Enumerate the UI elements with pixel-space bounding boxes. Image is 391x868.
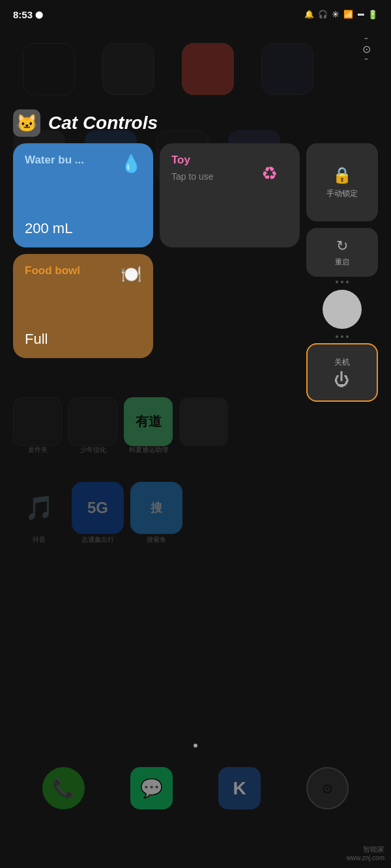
status-right: 🔔 🎧 ✳ 📶 ▪▪▪ 🔋 (304, 9, 378, 20)
bg-app-qianshen (93, 35, 164, 107)
status-bar: 8:53 ⬤ 🔔 🎧 ✳ 📶 ▪▪▪ 🔋 (0, 0, 391, 29)
widget-panel: Water bu ... 💧 200 mL Food bowl 🍽️ Full … (13, 143, 378, 402)
app-title: Cat Controls (48, 113, 158, 133)
watermark-url: www.znj.com (347, 854, 384, 861)
left-column: Water bu ... 💧 200 mL Food bowl 🍽️ Full (13, 143, 153, 402)
time-display: 8:53 (13, 9, 33, 20)
toy-icon: ♻ (261, 163, 278, 184)
bottom-dock: 📞 💬 K ⊙ (0, 761, 391, 816)
dot-6 (346, 335, 349, 338)
toy-widget[interactable]: Toy ♻ Tap to use (160, 143, 300, 247)
wifi-icon: 📶 (343, 10, 353, 19)
bottom-wechat-icon[interactable]: 💬 (130, 767, 173, 809)
bg-apps-row1 (0, 29, 391, 113)
right-column: 🔒 手动锁定 ↻ 重启 关机 ⏻ (306, 143, 378, 402)
watermark-logo: 智能家 (347, 845, 384, 854)
water-title: Water bu ... (25, 154, 84, 167)
water-widget[interactable]: Water bu ... 💧 200 mL (13, 143, 153, 247)
status-dot-icon: ⬤ (35, 10, 43, 19)
circle-control-button[interactable] (323, 290, 362, 329)
restart-widget[interactable]: ↻ 重启 (306, 228, 378, 277)
water-value: 200 mL (25, 220, 141, 237)
refresh-icon: ↻ (336, 238, 348, 255)
bg-row3-labels: 发件夹 少年信化 柯夏通运助理 (0, 444, 391, 456)
status-left: 8:53 ⬤ (13, 9, 43, 20)
headphone-icon: 🎧 (318, 10, 328, 19)
dot-4 (336, 335, 338, 338)
dot-1 (336, 281, 338, 283)
watermark: 智能家 www.znj.com (347, 845, 384, 861)
bottom-phone-icon[interactable]: 📞 (42, 767, 85, 809)
food-widget-header: Food bowl 🍽️ (25, 264, 141, 285)
food-widget[interactable]: Food bowl 🍽️ Full (13, 254, 153, 358)
dot-2 (341, 281, 343, 283)
battery-icon: 🔋 (368, 10, 378, 20)
food-value: Full (25, 331, 141, 348)
bg-app-yecun (13, 35, 85, 107)
cat-controls-header: 🐱 Cat Controls (13, 109, 158, 137)
power-icon: ⏻ (334, 371, 350, 389)
lock-icon: 🔒 (332, 166, 352, 184)
restart-label: 重启 (335, 257, 349, 267)
gear-button[interactable]: ⊙ (353, 36, 379, 62)
water-widget-header: Water bu ... 💧 (25, 154, 141, 174)
food-bowl-icon: 🍽️ (121, 264, 141, 285)
bg-app-bracco (252, 35, 323, 107)
food-title: Food bowl (25, 264, 80, 277)
bg-app-renwu (172, 35, 244, 107)
bg-row4-labels: 抖音 志通鑫出行 搜索鱼 (0, 534, 391, 546)
signal-bars-icon: ▪▪▪ (357, 10, 364, 19)
bottom-k-icon[interactable]: K (218, 767, 261, 809)
toy-widget-content: Toy ♻ Tap to use (171, 154, 288, 182)
gear-hexagon-icon: ⊙ (355, 37, 378, 61)
dots-separator-bottom (336, 334, 349, 339)
lock-widget[interactable]: 🔒 手动锁定 (306, 143, 378, 221)
bottom-camera-icon[interactable]: ⊙ (306, 767, 349, 809)
dot-3 (346, 281, 349, 283)
water-drop-icon: 🔔 (304, 10, 314, 19)
bluetooth-icon: ✳ (332, 9, 340, 20)
middle-column: Toy ♻ Tap to use (160, 143, 300, 402)
toy-subtitle: Tap to use (171, 171, 214, 182)
bg-apps-row4: 🎵 5G 搜 (0, 475, 391, 540)
dot-5 (341, 335, 343, 338)
toy-title: Toy (171, 154, 190, 166)
cat-avatar-icon: 🐱 (13, 109, 40, 137)
page-indicator-dot (194, 744, 197, 748)
dots-separator-top (336, 279, 349, 285)
water-drop-icon: 💧 (121, 154, 141, 174)
lock-label: 手动锁定 (326, 188, 358, 199)
power-label: 关机 (334, 357, 350, 368)
power-widget[interactable]: 关机 ⏻ (306, 343, 378, 402)
